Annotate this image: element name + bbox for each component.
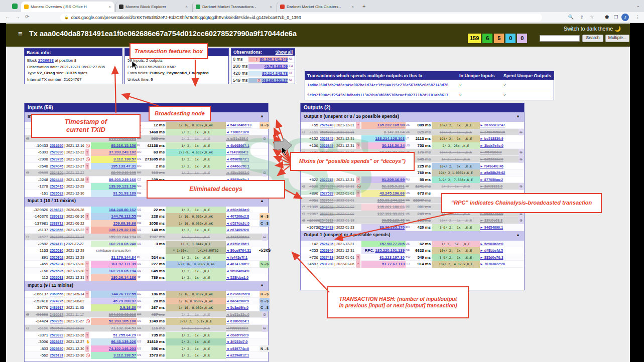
row-badge[interactable]: G	[262, 234, 267, 241]
collapse-toggle-icon[interactable]: ▲	[260, 283, 264, 287]
row-ip-link[interactable]: 162.218.65.194	[109, 269, 136, 273]
row-out-link[interactable]: ► f949e4fe:46	[480, 164, 503, 168]
row-badge[interactable]: G	[519, 129, 523, 136]
row-badge[interactable]: H→$	[260, 291, 270, 298]
tx-link[interactable]: 2526822	[320, 130, 333, 134]
row-ip-link[interactable]: 95.216.15.156	[111, 143, 136, 148]
tx-link[interactable]: 2526946	[320, 249, 333, 252]
row-ip-link[interactable]: 135.125.32.106	[109, 228, 136, 232]
row-out-link[interactable]: ► 70763a22:26	[480, 262, 505, 266]
spend-tx-link[interactable]: 5c092f090c9f2545b1b8bad9113a209a3d68b530…	[307, 93, 448, 97]
row-out-link[interactable]: ◄ 54a1d4b6:13	[226, 123, 251, 127]
search-input[interactable]	[540, 35, 580, 42]
tx-link[interactable]: 2524111	[50, 242, 63, 246]
forward-icon[interactable]: →	[15, 14, 20, 20]
row-out-link[interactable]: ◄ 80ce9764:31	[226, 249, 251, 252]
extension-icon[interactable]: ⬟	[605, 15, 609, 20]
tx-link[interactable]: 2528078	[320, 205, 333, 209]
row-out-link[interactable]: ► 2efd8321:0	[480, 185, 502, 188]
tx-link[interactable]: 2531280	[320, 262, 333, 266]
row-out-link[interactable]: ◄ 618bc824:1	[226, 319, 249, 323]
browser-tab-4[interactable]: Darknet Market Obs Clusters -×	[277, 2, 357, 12]
row-out-link[interactable]: ► d48bbefd:5	[480, 249, 503, 252]
row-badge[interactable]: C→$	[260, 304, 270, 311]
tx-link[interactable]: 2526849	[320, 144, 333, 147]
row-out-link[interactable]: ► 6a52d2ae:0	[480, 157, 503, 161]
row-ip-link[interactable]: 194.233.68.213	[109, 312, 136, 317]
share-icon[interactable]: ⇪	[580, 15, 584, 20]
bookmark-star-icon[interactable]: ☆	[590, 15, 594, 20]
row-ip-link[interactable]: 139.99.123.196	[109, 184, 136, 189]
observation-ip-link[interactable]: 80.100.141.149	[260, 57, 288, 62]
row-out-link[interactable]: ◄ 9b964694:0	[226, 269, 249, 273]
row-ip-link[interactable]: 3.112.138.57	[113, 157, 136, 161]
tx-link[interactable]: 2526735	[320, 242, 333, 246]
row-ip-link[interactable]: 96.43.139.226	[111, 339, 136, 344]
row-out-link[interactable]: ► 7f67f20d:3	[480, 150, 502, 154]
count-badge-1[interactable]: 159	[468, 34, 481, 43]
row-badge[interactable]: C→$	[260, 298, 270, 305]
row-badge[interactable]: S→$	[260, 261, 270, 268]
row-out-link[interactable]: ◄ c939774c:0	[226, 347, 249, 350]
row-ip-link[interactable]: 51.77.67.113	[382, 262, 405, 266]
row-badge[interactable]: G	[519, 156, 523, 163]
tab-close-icon[interactable]: ×	[185, 5, 188, 9]
row-out-link[interactable]: ◄ fe442e7f:1	[226, 256, 247, 259]
row-badge[interactable]: H→$	[260, 213, 270, 220]
row-ip-link[interactable]: 165.232.165.90	[377, 123, 405, 127]
row-out-link[interactable]: ► a9a58b29:62	[480, 171, 505, 174]
tx-link[interactable]: 2527589	[320, 192, 333, 195]
row-out-link[interactable]: ◄ f1439084:3	[226, 150, 248, 154]
row-ip-link[interactable]: 96.55.129.45	[381, 218, 405, 223]
row-ip-link[interactable]: 71.132.164.53	[111, 326, 136, 330]
row-ip-link[interactable]: 37.203.243.102	[109, 150, 136, 154]
tx-link[interactable]: 2523785	[50, 157, 63, 161]
tx-link[interactable]: 2524045	[50, 164, 63, 168]
row-ip-link[interactable]: 3.112.138.57	[113, 353, 136, 357]
row-ip-link[interactable]: 52.195.9.191	[381, 184, 405, 189]
tx-link[interactable]: 2526131	[50, 353, 63, 357]
tx-link[interactable]: 2516260	[50, 144, 63, 147]
row-ip-link[interactable]: 91.51.93.189	[113, 191, 136, 196]
row-out-link[interactable]: ► 149e4059:10	[480, 130, 505, 134]
row-ip-link[interactable]: 89.203.249.160	[109, 177, 136, 182]
profile-avatar[interactable]: J	[621, 14, 629, 21]
tx-link[interactable]: 2527229	[320, 185, 333, 188]
tx-link[interactable]: 2388712	[50, 222, 63, 225]
tx-link[interactable]: 2520390	[50, 150, 63, 154]
row-out-link[interactable]: ◄ ef91e299:0	[226, 137, 248, 140]
row-ip-link[interactable]: 144.76.112.55	[111, 214, 136, 219]
row-ip-link[interactable]: 157.90.77.205	[379, 242, 405, 246]
tab-overflow-chevron-icon[interactable]: ⌄	[636, 3, 640, 8]
row-badge[interactable]: -53x$	[258, 247, 272, 254]
row-badge[interactable]: N→$	[260, 345, 270, 352]
row-out-link[interactable]: ◄ d446ee5b:1	[226, 164, 249, 168]
tx-link[interactable]: 2526748	[320, 123, 333, 127]
count-badge-4[interactable]: 0	[505, 34, 516, 43]
row-out-link[interactable]: ◄ 4614176b:2	[226, 262, 249, 266]
row-badge[interactable]: C→$	[260, 220, 270, 227]
row-badge[interactable]: G	[262, 325, 267, 332]
row-ip-link[interactable]: 188.214.128.103	[375, 136, 405, 141]
browser-tab-2[interactable]: Monero Block Explorer×	[115, 2, 191, 12]
row-badge[interactable]: G	[519, 183, 523, 190]
browser-tab-1[interactable]: Monero Overview (IRS Office H×	[21, 2, 114, 12]
row-out-link[interactable]: ◄ a229a812:1	[226, 353, 249, 357]
row-out-link[interactable]: ► 5e903b2c:0	[480, 242, 503, 246]
tx-link[interactable]: 2374275	[50, 299, 63, 303]
row-ip-link[interactable]: 8.147.33.64	[384, 130, 405, 134]
row-out-link[interactable]: ► bc518830:9	[480, 137, 503, 140]
row-ip-link[interactable]: 159.69.36.66	[113, 221, 136, 226]
tx-link[interactable]: 2543429	[320, 226, 333, 229]
tx-link[interactable]: 2524445	[50, 178, 63, 182]
collapse-toggle-icon[interactable]: ▲	[516, 233, 520, 237]
tab-close-icon[interactable]: ×	[351, 5, 354, 9]
tab-close-icon[interactable]: ×	[108, 5, 111, 9]
block-link[interactable]: 2526693	[38, 58, 54, 63]
row-out-link[interactable]: ◄ e6740926:0	[226, 228, 249, 232]
row-ip-link[interactable]: 195.201.180.66	[377, 205, 405, 209]
row-out-link[interactable]: ◄ b79da2bd:8	[226, 292, 250, 296]
tx-link[interactable]: 2523687	[50, 340, 63, 343]
multiple-button[interactable]: Multiple...	[605, 35, 629, 42]
row-ip-link[interactable]: 45.79.200.97	[113, 299, 136, 303]
